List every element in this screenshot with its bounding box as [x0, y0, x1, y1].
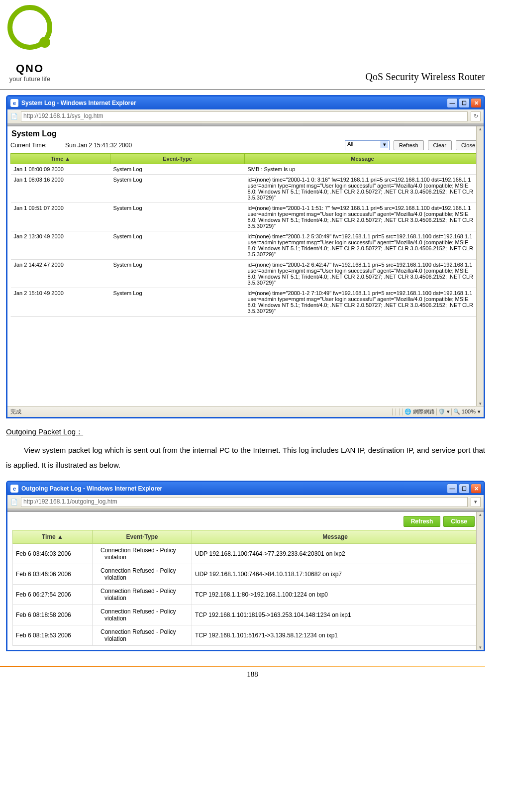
current-time-value: Sun Jan 2 15:41:32 2000	[65, 142, 345, 149]
cell-time: Jan 1 08:00:09 2000	[11, 164, 110, 175]
cell-time: Jan 2 14:42:47 2000	[11, 260, 110, 288]
refresh-button[interactable]: Refresh	[394, 140, 424, 150]
refresh-button[interactable]: Refresh	[404, 516, 441, 527]
maximize-button[interactable]: ☐	[459, 484, 470, 494]
col-event-type[interactable]: Event-Type	[93, 530, 192, 544]
cell-event-type: System Log	[110, 164, 245, 175]
outgoing-log-table: Time ▲ Event-Type Message Feb 6 03:46:03…	[12, 530, 479, 646]
table-row: Feb 6 03:46:03 2006Connection Refused - …	[13, 544, 479, 564]
go-button[interactable]: ▾	[471, 497, 481, 507]
cell-time: Jan 1 09:51:07 2000	[11, 203, 110, 231]
col-time[interactable]: Time ▲	[13, 530, 93, 544]
cell-message: UDP 192.168.1.100:7464->84.10.118.17:106…	[192, 564, 479, 585]
filter-select[interactable]: All	[345, 140, 390, 150]
qno-logo: QNO your future life	[0, 5, 60, 83]
section-heading: Outgoing Packet Log：	[6, 427, 485, 437]
globe-icon: 🌐	[404, 408, 411, 415]
cell-event-type: System Log	[110, 288, 245, 316]
cell-message: TCP 192.168.1.101:18195->163.253.104.148…	[192, 605, 479, 625]
cell-event-type: Connection Refused - Policy violation	[93, 564, 192, 585]
cell-message: id=(none) time="2000-1-2 6:42:47" fw=192…	[245, 260, 481, 288]
minimize-button[interactable]: —	[447, 98, 458, 108]
col-message[interactable]: Message	[245, 154, 481, 164]
col-event-type[interactable]: Event-Type	[110, 154, 245, 164]
cell-message: id=(none) time="2000-1-2 5:30:49" fw=192…	[245, 231, 481, 260]
system-log-window: e System Log - Windows Internet Explorer…	[6, 95, 485, 418]
cell-message: id=(none) time="2000-1-2 7:10:49" fw=192…	[245, 288, 481, 316]
table-row: Jan 1 08:03:16 2000System Logid=(none) t…	[11, 175, 481, 203]
footer-rule	[0, 666, 485, 667]
cell-event-type: System Log	[110, 175, 245, 203]
cell-event-type: Connection Refused - Policy violation	[93, 544, 192, 564]
protected-mode-icon[interactable]: 🛡️ ▾	[438, 408, 450, 415]
close-button[interactable]: ✕	[471, 484, 482, 494]
cell-time: Feb 6 08:18:58 2006	[13, 605, 93, 625]
cell-message: UDP 192.168.1.100:7464->77.239.233.64:20…	[192, 544, 479, 564]
col-time[interactable]: Time ▲	[11, 154, 110, 164]
cell-event-type: System Log	[110, 260, 245, 288]
cell-message: SMB : System is up	[245, 164, 481, 175]
close-button[interactable]: ✕	[471, 98, 482, 108]
page-heading: System Log	[11, 129, 481, 138]
cell-time: Jan 1 08:03:16 2000	[11, 175, 110, 203]
table-row: Feb 6 03:46:06 2006Connection Refused - …	[13, 564, 479, 585]
cell-message: id=(none) time="2000-1-1 1:51: 7" fw=192…	[245, 203, 481, 231]
vertical-scrollbar[interactable]	[476, 126, 484, 406]
ie-icon: e	[10, 99, 18, 107]
cell-time: Feb 6 03:46:06 2006	[13, 564, 93, 585]
table-row: Feb 6 08:19:53 2006Connection Refused - …	[13, 625, 479, 646]
col-message[interactable]: Message	[192, 530, 479, 544]
window-title: System Log - Windows Internet Explorer	[21, 100, 447, 106]
cell-event-type: System Log	[110, 203, 245, 231]
status-text: 完成	[10, 408, 21, 415]
table-row: Feb 6 08:18:58 2006Connection Refused - …	[13, 605, 479, 625]
vertical-scrollbar[interactable]	[476, 512, 484, 650]
cell-event-type: System Log	[110, 231, 245, 260]
page-icon: 📄	[10, 499, 18, 506]
outgoing-log-window: e Outgoing Packet Log - Windows Internet…	[6, 481, 485, 651]
address-bar[interactable]: http://192.168.1.1/outgoing_log.htm	[21, 497, 468, 507]
current-time-label: Current Time:	[10, 142, 65, 149]
table-row: Jan 2 13:30:49 2000System Logid=(none) t…	[11, 231, 481, 260]
section-body: View system packet log which is sent out…	[6, 443, 485, 473]
cell-event-type: Connection Refused - Policy violation	[93, 625, 192, 646]
page-icon: 📄	[10, 113, 18, 120]
table-row: Jan 1 08:00:09 2000System LogSMB : Syste…	[11, 164, 481, 175]
maximize-button[interactable]: ☐	[459, 98, 470, 108]
table-row: Feb 6 06:27:54 2006Connection Refused - …	[13, 585, 479, 605]
zoom-icon[interactable]: 🔍	[453, 408, 460, 415]
cell-time: Feb 6 08:19:53 2006	[13, 625, 93, 646]
cell-message: TCP 192.168.1.1:80->192.168.1.100:1224 o…	[192, 585, 479, 605]
cell-time: Feb 6 06:27:54 2006	[13, 585, 93, 605]
address-bar[interactable]: http://192.168.1.1/sys_log.htm	[21, 111, 468, 121]
clear-button[interactable]: Clear	[428, 140, 452, 150]
table-row: Jan 1 09:51:07 2000System Logid=(none) t…	[11, 203, 481, 231]
ie-icon: e	[10, 485, 18, 493]
cell-event-type: Connection Refused - Policy violation	[93, 585, 192, 605]
window-title: Outgoing Packet Log - Windows Internet E…	[21, 485, 447, 492]
cell-time: Jan 2 13:30:49 2000	[11, 231, 110, 260]
system-log-table: Time ▲ Event-Type Message Jan 1 08:00:09…	[10, 153, 481, 316]
cell-time: Feb 6 03:46:03 2006	[13, 544, 93, 564]
cell-message: id=(none) time="2000-1-1 0: 3:16" fw=192…	[245, 175, 481, 203]
cell-time: Jan 2 15:10:49 2000	[11, 288, 110, 316]
zoom-level[interactable]: 100%	[462, 408, 481, 415]
go-button[interactable]: ↻	[471, 111, 481, 121]
status-zone: 網際網路	[413, 408, 435, 415]
logo-tagline: your future life	[0, 75, 60, 83]
page-number: 188	[0, 670, 505, 679]
cell-message: TCP 192.168.1.101:51671->3.139.58.12:123…	[192, 625, 479, 646]
doc-title: QoS Security Wireless Router	[366, 71, 485, 83]
minimize-button[interactable]: —	[447, 484, 458, 494]
close-page-button[interactable]: Close	[443, 516, 475, 527]
table-row: Jan 2 15:10:49 2000System Logid=(none) t…	[11, 288, 481, 316]
cell-event-type: Connection Refused - Policy violation	[93, 605, 192, 625]
table-row: Jan 2 14:42:47 2000System Logid=(none) t…	[11, 260, 481, 288]
